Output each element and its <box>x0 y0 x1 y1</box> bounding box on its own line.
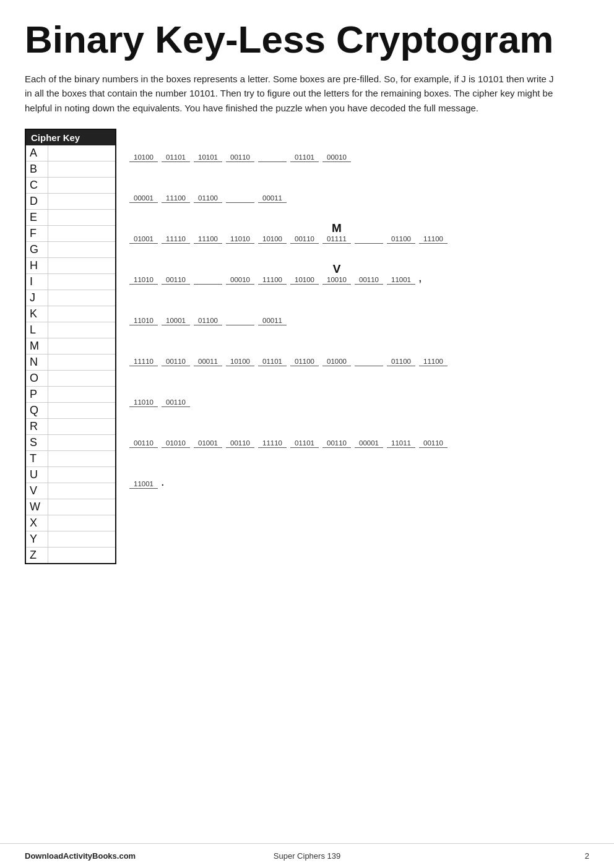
binary-code: 00011 <box>258 194 287 203</box>
puzzle-cell: 01010 <box>162 426 190 448</box>
cipher-key-row: H <box>26 258 115 274</box>
cipher-key-value[interactable] <box>48 178 115 193</box>
cipher-key-value[interactable] <box>48 403 115 418</box>
puzzle-area: 1010001101101010011001101000100000111100… <box>128 129 589 496</box>
cipher-key-row: L <box>26 322 115 338</box>
binary-code: 11110 <box>162 235 190 244</box>
binary-code: 11110 <box>129 358 158 366</box>
binary-code: 11100 <box>419 358 448 366</box>
cipher-key-letter: B <box>26 161 48 177</box>
cipher-key-row: J <box>26 290 115 306</box>
binary-code: 10100 <box>258 235 287 244</box>
cipher-key-value[interactable] <box>48 371 115 386</box>
binary-code: 11100 <box>258 276 287 285</box>
puzzle-cell: 00011 <box>258 303 287 325</box>
puzzle-cell: 00110 <box>162 385 190 407</box>
cipher-key-letter: W <box>26 499 48 515</box>
cipher-key-value[interactable] <box>48 226 115 241</box>
cipher-key-letter: M <box>26 338 48 354</box>
cipher-key-value[interactable] <box>48 483 115 499</box>
binary-code: 01100 <box>194 194 222 203</box>
binary-code: 00011 <box>194 358 222 366</box>
cipher-key-value[interactable] <box>48 161 115 177</box>
puzzle-cell: 00001 <box>129 181 158 203</box>
puzzle-cell <box>226 311 254 325</box>
puzzle-cell: 11100 <box>419 221 448 244</box>
cipher-key-value[interactable] <box>48 338 115 354</box>
binary-code: 00010 <box>322 153 351 162</box>
puzzle-cell: 01100 <box>194 303 222 325</box>
binary-code <box>355 365 383 366</box>
puzzle-cell: 00010 <box>322 140 351 162</box>
puzzle-row: 1101000110000101110010100V10010001101100… <box>128 251 589 286</box>
cipher-key-value[interactable] <box>48 387 115 402</box>
cipher-key-row: R <box>26 419 115 435</box>
puzzle-row: 11010100010110000011 <box>128 292 589 327</box>
binary-code: 01010 <box>162 439 190 448</box>
puzzle-cell: 11010 <box>226 221 254 244</box>
binary-code: 00110 <box>322 439 351 448</box>
cipher-key-value[interactable] <box>48 355 115 370</box>
cipher-key-value[interactable] <box>48 322 115 338</box>
puzzle-cell: 11001 <box>387 262 415 285</box>
cipher-key-value[interactable] <box>48 435 115 450</box>
cipher-key-value[interactable] <box>48 194 115 209</box>
binary-code: 00110 <box>162 276 190 285</box>
binary-code: 00110 <box>226 153 254 162</box>
puzzle-cell: 00011 <box>258 181 287 203</box>
cipher-key-row: C <box>26 178 115 194</box>
binary-code: 10010 <box>322 276 351 285</box>
cipher-key-row: Y <box>26 531 115 548</box>
binary-code: 10100 <box>129 153 158 162</box>
puzzle-cell: 01101 <box>258 344 287 366</box>
binary-code: 11010 <box>129 276 158 285</box>
cipher-key-letter: A <box>26 145 48 161</box>
cipher-key-value[interactable] <box>48 467 115 483</box>
cipher-key-value[interactable] <box>48 145 115 161</box>
cipher-key-value[interactable] <box>48 515 115 531</box>
cipher-key-value[interactable] <box>48 210 115 225</box>
puzzle-cell: 01100 <box>290 344 319 366</box>
puzzle-cell: 00110 <box>226 140 254 162</box>
cipher-key-value[interactable] <box>48 274 115 290</box>
cipher-key-letter: K <box>26 306 48 322</box>
cipher-key-letter: E <box>26 210 48 225</box>
cipher-key-row: W <box>26 499 115 515</box>
puzzle-cell: 01101 <box>290 140 319 162</box>
cipher-key-value[interactable] <box>48 451 115 466</box>
cipher-key-value[interactable] <box>48 531 115 547</box>
cipher-key-value[interactable] <box>48 548 115 563</box>
cipher-key-letter: Q <box>26 403 48 418</box>
cipher-key-value[interactable] <box>48 419 115 434</box>
cipher-key-letter: O <box>26 371 48 386</box>
puzzle-cell: 11100 <box>258 262 287 285</box>
cipher-key-letter: C <box>26 178 48 193</box>
binary-code <box>226 324 254 325</box>
puzzle-row: 010011111011100110101010000110M011110110… <box>128 210 589 245</box>
puzzle-cell: 11100 <box>419 344 448 366</box>
puzzle-cell: 11110 <box>129 344 158 366</box>
binary-code: 11001 <box>387 276 415 285</box>
cipher-key-value[interactable] <box>48 258 115 273</box>
puzzle-row: 11001. <box>128 455 589 490</box>
binary-code: 01100 <box>387 235 415 244</box>
cipher-key-letter: P <box>26 387 48 402</box>
cipher-key-letter: L <box>26 322 48 338</box>
cipher-key-row: P <box>26 387 115 403</box>
binary-code: 10101 <box>194 153 222 162</box>
cipher-key-value[interactable] <box>48 242 115 257</box>
binary-code: 01111 <box>322 235 351 244</box>
puzzle-row: 0011001010010010011011110011010011000001… <box>128 415 589 449</box>
binary-code: 01101 <box>290 439 319 448</box>
cipher-key-row: U <box>26 467 115 483</box>
cipher-key-letter: Z <box>26 548 48 563</box>
binary-code <box>226 202 254 203</box>
puzzle-cell <box>226 188 254 203</box>
cipher-key-row: I <box>26 274 115 290</box>
cipher-key-value[interactable] <box>48 499 115 515</box>
puzzle-cell: 11010 <box>129 385 158 407</box>
cipher-key-value[interactable] <box>48 306 115 322</box>
puzzle-cell: 00110 <box>162 262 190 285</box>
cipher-key-value[interactable] <box>48 290 115 306</box>
puzzle-cell: 10100 <box>226 344 254 366</box>
